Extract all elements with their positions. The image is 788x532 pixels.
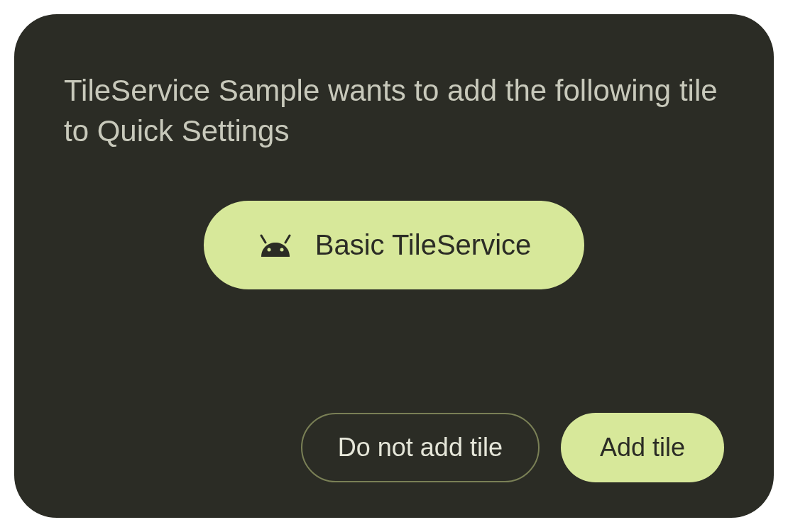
svg-point-3 — [280, 248, 283, 251]
tile-label: Basic TileService — [315, 229, 532, 261]
svg-point-2 — [267, 248, 270, 251]
tile-preview: Basic TileService — [204, 201, 585, 289]
android-icon — [257, 234, 294, 257]
dialog-message: TileService Sample wants to add the foll… — [64, 71, 724, 151]
add-tile-dialog: TileService Sample wants to add the foll… — [14, 14, 774, 518]
svg-line-0 — [261, 235, 266, 243]
add-tile-button[interactable]: Add tile — [561, 413, 724, 482]
dialog-actions: Do not add tile Add tile — [64, 413, 724, 482]
do-not-add-tile-button[interactable]: Do not add tile — [301, 413, 540, 482]
svg-line-1 — [285, 235, 290, 243]
